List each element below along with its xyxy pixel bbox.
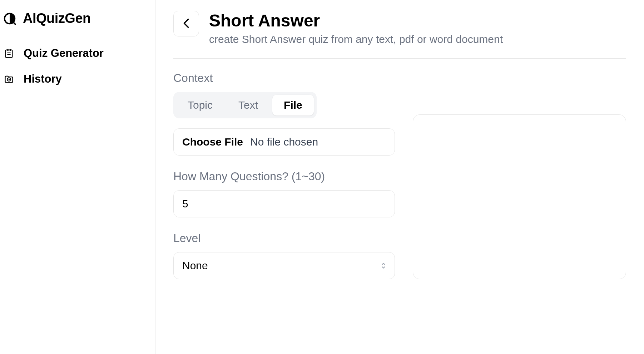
tab-file[interactable]: File: [272, 95, 314, 115]
page-title: Short Answer: [209, 11, 626, 30]
header-text: Short Answer create Short Answer quiz fr…: [209, 11, 626, 45]
app-name: AIQuizGen: [23, 11, 91, 26]
questions-label: How Many Questions? (1~30): [173, 170, 395, 183]
context-tabs: Topic Text File: [173, 92, 317, 118]
sidebar-item-label: Quiz Generator: [24, 47, 104, 60]
level-label: Level: [173, 232, 395, 245]
sidebar-item-quiz-generator[interactable]: Quiz Generator: [0, 40, 155, 66]
history-icon: [4, 74, 14, 84]
level-value: None: [182, 260, 208, 272]
app-logo[interactable]: AIQuizGen: [0, 7, 155, 40]
sidebar: AIQuizGen Quiz Generator History: [0, 0, 155, 354]
level-select[interactable]: None: [173, 252, 395, 279]
form-section: Context Topic Text File Choose File No f…: [173, 72, 395, 279]
main-content: Short Answer create Short Answer quiz fr…: [155, 0, 644, 354]
preview-panel: [413, 114, 626, 279]
choose-file-button: Choose File: [182, 136, 243, 148]
notepad-icon: [4, 48, 14, 59]
file-input[interactable]: Choose File No file chosen: [173, 128, 395, 156]
select-chevron-icon: [381, 262, 386, 269]
context-label: Context: [173, 72, 395, 85]
chevron-left-icon: [183, 18, 190, 29]
tab-text[interactable]: Text: [227, 95, 269, 115]
logo-icon: [3, 12, 16, 25]
file-status-text: No file chosen: [250, 136, 318, 148]
sidebar-item-label: History: [24, 73, 62, 85]
sidebar-item-history[interactable]: History: [0, 66, 155, 92]
page-subtitle: create Short Answer quiz from any text, …: [209, 33, 626, 45]
back-button[interactable]: [173, 11, 199, 36]
svg-rect-1: [6, 50, 13, 58]
tab-topic[interactable]: Topic: [176, 95, 224, 115]
content-area: Context Topic Text File Choose File No f…: [173, 72, 626, 279]
questions-count-input[interactable]: [173, 190, 395, 217]
page-header: Short Answer create Short Answer quiz fr…: [173, 11, 626, 59]
